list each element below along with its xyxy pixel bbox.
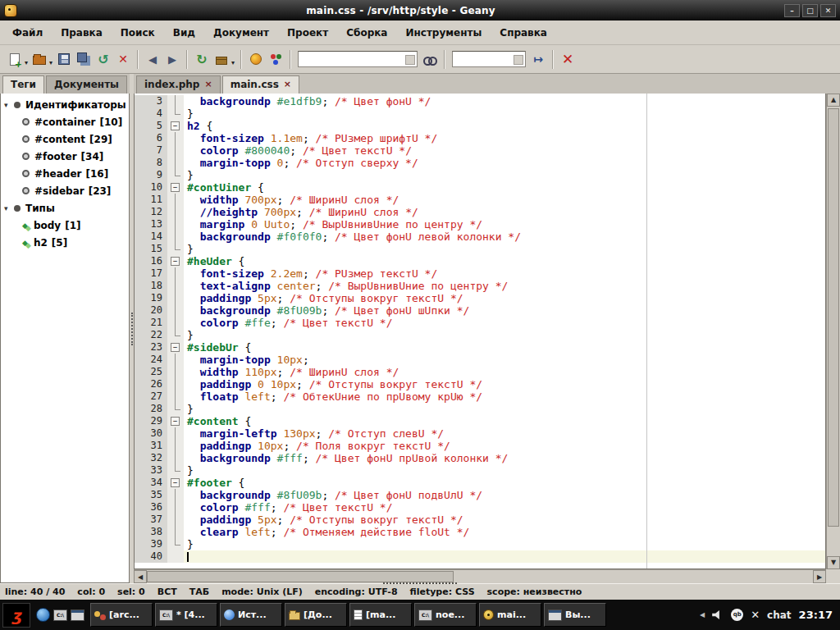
menu-item-Справка[interactable]: Справка xyxy=(491,24,556,42)
sidebar-tab-Теги[interactable]: Теги xyxy=(2,75,44,94)
menu-item-Проект[interactable]: Проект xyxy=(278,24,337,42)
code-line[interactable]: #contUiner { xyxy=(184,181,825,194)
code-line[interactable]: backgroundp #f0f0f0; /* Цвет фонU левой … xyxy=(184,231,825,243)
code-line[interactable] xyxy=(184,550,825,563)
tree-item[interactable]: #sidebar[23] xyxy=(1,182,129,199)
tab-close-icon[interactable]: × xyxy=(284,80,291,89)
paned-grip[interactable] xyxy=(383,582,457,584)
code-line[interactable]: backgroundp #8fU09b; /* Цвет фонU шUпки … xyxy=(184,304,825,317)
search-input[interactable] xyxy=(298,51,418,67)
code-line[interactable]: backgroundp #8fU09b; /* Цвет фонU подвUл… xyxy=(184,489,825,501)
code-line[interactable]: margin-leftp 130px; /* Отступ слевU */ xyxy=(184,427,825,440)
code-line[interactable]: backgroundp #e1dfb9; /* Цвет фонU */ xyxy=(184,95,825,107)
code-line[interactable]: } xyxy=(184,169,825,181)
tree-item[interactable]: #content[29] xyxy=(1,130,129,148)
code-line[interactable]: font-sizep 2.2em; /* РUзмер текстU */ xyxy=(184,267,825,280)
code-line[interactable]: colorp #fff; /* Цвет текстU */ xyxy=(184,501,825,514)
menu-item-Инструменты[interactable]: Инструменты xyxy=(396,24,491,42)
code-line[interactable]: #heUder { xyxy=(184,255,825,267)
code-line[interactable]: backgroundp #fff; /* Цвет фонU прUвой ко… xyxy=(184,452,825,464)
taskbar-button[interactable]: [До... xyxy=(285,603,347,627)
nav-forward-button[interactable]: ▶ xyxy=(162,48,182,71)
taskbar-button[interactable]: C:\noe... xyxy=(414,603,477,627)
code-line[interactable]: } xyxy=(184,107,825,120)
tree-group[interactable]: ▾Типы xyxy=(1,199,129,217)
code-line[interactable]: } xyxy=(184,464,825,477)
editor-tab-index.php[interactable]: index.php× xyxy=(136,75,221,94)
expander-icon[interactable]: ▾ xyxy=(4,204,13,212)
code-line[interactable]: font-sizep 1.1em; /* РUзмер шрифтU */ xyxy=(184,132,825,144)
scroll-down-icon[interactable]: ▼ xyxy=(827,556,840,569)
vscroll-track[interactable] xyxy=(827,107,840,556)
tree-item[interactable]: #header[16] xyxy=(1,165,129,182)
close-file-button[interactable]: ✕ xyxy=(113,48,133,71)
nav-back-button[interactable]: ◀ xyxy=(143,48,162,71)
code-line[interactable]: margin-topp 10px; xyxy=(184,354,825,366)
tree-item[interactable]: ◆h2[5] xyxy=(1,234,129,251)
open-file-dropdown-icon[interactable]: ▾ xyxy=(49,59,52,66)
code-line[interactable]: } xyxy=(184,538,825,550)
code-line[interactable]: widthp 110px; /* ШиринU слоя */ xyxy=(184,366,825,378)
fold-toggle-icon[interactable]: − xyxy=(171,121,180,130)
tree-item[interactable]: ◆body[1] xyxy=(1,217,129,234)
run-button[interactable] xyxy=(246,48,266,71)
color-chooser-button[interactable] xyxy=(266,48,285,71)
x-app-icon[interactable]: ✕ xyxy=(751,609,760,621)
terminal-icon[interactable]: C:\ xyxy=(53,609,67,621)
scroll-right-icon[interactable]: ▶ xyxy=(813,570,826,583)
code-line[interactable]: #footer { xyxy=(184,477,825,489)
menu-item-Файл[interactable]: Файл xyxy=(3,24,52,42)
taskbar-button[interactable]: [ma... xyxy=(349,603,412,627)
find-button[interactable] xyxy=(420,48,440,71)
code-line[interactable]: } xyxy=(184,243,825,255)
code-line[interactable]: paddingp 5px; /* Отступы вокруг текстU *… xyxy=(184,292,825,304)
code-line[interactable]: text-alignp center; /* ВырUвнивUние по ц… xyxy=(184,280,825,292)
expander-icon[interactable]: ▾ xyxy=(4,101,13,109)
menu-item-Поиск[interactable]: Поиск xyxy=(112,24,164,42)
editor-tab-main.css[interactable]: main.css× xyxy=(222,75,299,94)
save-button[interactable] xyxy=(54,48,74,71)
code-line[interactable]: clearp left; /* Отменяем действие floUt … xyxy=(184,526,825,538)
tree-item[interactable]: #container[10] xyxy=(1,113,129,130)
taskbar-button[interactable]: Ист... xyxy=(220,603,282,627)
tray-chat-label[interactable]: chat xyxy=(767,609,792,621)
geany-app-icon[interactable] xyxy=(4,4,17,17)
scroll-up-icon[interactable]: ▲ xyxy=(827,94,840,107)
code-line[interactable]: h2 { xyxy=(184,120,825,132)
scroll-left-icon[interactable]: ◀ xyxy=(134,570,147,583)
vertical-scrollbar[interactable]: ▲ ▼ xyxy=(826,94,840,569)
code-line[interactable]: #sidebUr { xyxy=(184,341,825,354)
goto-line-button[interactable]: ↦ xyxy=(528,48,548,71)
sidebar-tab-Документы[interactable]: Документы xyxy=(46,75,127,94)
code-line[interactable]: } xyxy=(184,329,825,341)
code-line[interactable]: paddingp 0 10px; /* Отступы вокруг текст… xyxy=(184,378,825,390)
fold-toggle-icon[interactable]: − xyxy=(171,183,180,192)
open-file-button[interactable] xyxy=(30,48,49,71)
code-line[interactable]: widthp 700px; /* ШиринU слоя */ xyxy=(184,194,825,206)
menu-item-Сборка[interactable]: Сборка xyxy=(337,24,396,42)
goto-line-input[interactable] xyxy=(452,51,526,67)
om-start-button[interactable]: ʒ xyxy=(2,603,30,628)
tray-collapse-icon[interactable]: ◀ xyxy=(700,611,705,619)
code-line[interactable]: margin-topp 0; /* Отступ сверху */ xyxy=(184,157,825,169)
qbittorrent-icon[interactable]: qb xyxy=(731,609,743,621)
fold-toggle-icon[interactable]: − xyxy=(171,343,180,352)
hscroll-thumb[interactable] xyxy=(147,571,454,582)
vscroll-thumb[interactable] xyxy=(828,108,839,527)
browser-icon[interactable] xyxy=(36,608,50,622)
code-line[interactable]: #content { xyxy=(184,415,825,427)
fold-toggle-icon[interactable]: − xyxy=(171,417,180,426)
save-all-button[interactable] xyxy=(74,48,94,71)
window-icon[interactable] xyxy=(71,609,84,621)
fold-toggle-icon[interactable]: − xyxy=(171,478,180,487)
compile-button[interactable]: ↻ xyxy=(192,48,212,71)
taskbar-button[interactable]: [arc... xyxy=(90,603,153,627)
build-button[interactable] xyxy=(212,48,231,71)
new-file-dropdown-icon[interactable]: ▾ xyxy=(25,59,28,66)
quit-button[interactable]: ✕ xyxy=(558,48,578,71)
maximize-button[interactable]: □ xyxy=(802,4,818,17)
taskbar-button[interactable]: mai... xyxy=(479,603,541,627)
taskbar-button[interactable]: Вы... xyxy=(544,603,606,627)
code-line[interactable]: //heightp 700px; /* ШиринU слоя */ xyxy=(184,206,825,218)
hscroll-track[interactable] xyxy=(147,570,813,583)
